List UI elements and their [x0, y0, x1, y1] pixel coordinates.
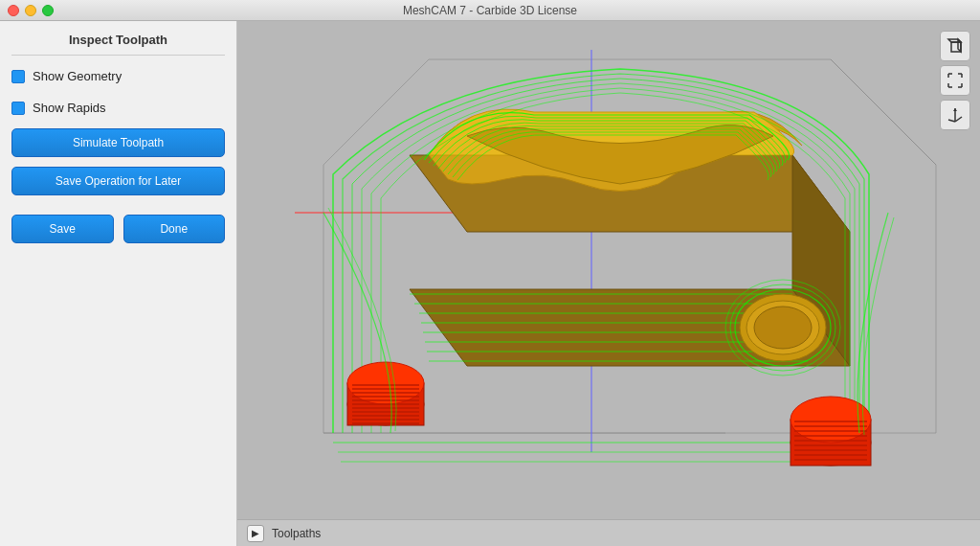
svg-line-58	[948, 120, 955, 122]
close-button[interactable]	[8, 5, 19, 16]
traffic-lights	[8, 5, 54, 16]
origin-button[interactable]	[940, 100, 970, 130]
fullscreen-button[interactable]	[940, 65, 970, 96]
viewport-toolbar	[940, 31, 970, 130]
titlebar: MeshCAM 7 - Carbide 3D License	[0, 0, 980, 21]
play-icon: ▶	[252, 528, 259, 538]
play-button[interactable]: ▶	[247, 525, 264, 542]
bottom-buttons: Save Done	[11, 215, 225, 243]
show-geometry-label: Show Geometry	[33, 69, 122, 83]
svg-point-22	[347, 362, 424, 404]
main-content: Inspect Toolpath Show Geometry Show Rapi…	[0, 21, 980, 546]
window-title: MeshCAM 7 - Carbide 3D License	[403, 4, 577, 17]
svg-marker-60	[953, 108, 957, 111]
svg-marker-48	[958, 39, 961, 52]
show-geometry-row[interactable]: Show Geometry	[11, 65, 225, 87]
left-panel: Inspect Toolpath Show Geometry Show Rapi…	[0, 21, 237, 546]
show-rapids-checkbox[interactable]	[11, 102, 25, 115]
show-rapids-row[interactable]: Show Rapids	[11, 97, 225, 119]
maximize-button[interactable]	[42, 5, 54, 16]
scene-canvas	[237, 21, 980, 546]
simulate-toolpath-button[interactable]: Simulate Toolpath	[11, 128, 225, 157]
cube-view-button[interactable]	[940, 31, 970, 61]
svg-point-16	[754, 307, 812, 349]
panel-title: Inspect Toolpath	[11, 33, 225, 56]
minimize-button[interactable]	[25, 5, 36, 16]
toolpaths-label: Toolpaths	[272, 527, 321, 540]
scene-svg	[237, 21, 980, 546]
show-geometry-checkbox[interactable]	[11, 70, 25, 83]
bottom-bar: ▶ Toolpaths	[237, 519, 980, 546]
done-button[interactable]: Done	[123, 215, 226, 243]
viewport[interactable]: ▶ Toolpaths	[237, 21, 980, 546]
save-button[interactable]: Save	[11, 215, 114, 243]
svg-line-59	[955, 117, 962, 122]
save-operation-button[interactable]: Save Operation for Later	[11, 167, 225, 195]
show-rapids-label: Show Rapids	[33, 101, 106, 115]
